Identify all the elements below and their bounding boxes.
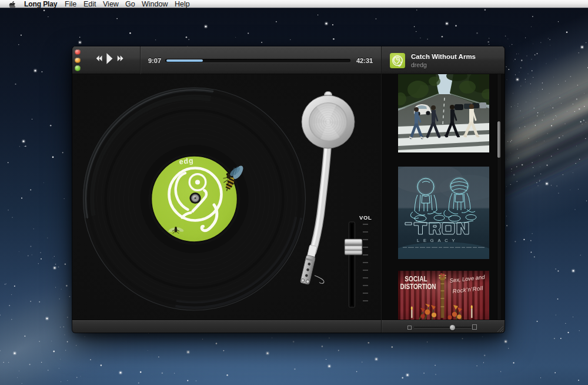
svg-text:SOCIAL: SOCIAL xyxy=(405,274,427,283)
svg-text:edg: edg xyxy=(179,157,194,166)
svg-text:DISTORTION: DISTORTION xyxy=(400,282,436,291)
svg-text:LEGACY: LEGACY xyxy=(417,238,459,243)
svg-text:VOL: VOL xyxy=(359,214,372,221)
